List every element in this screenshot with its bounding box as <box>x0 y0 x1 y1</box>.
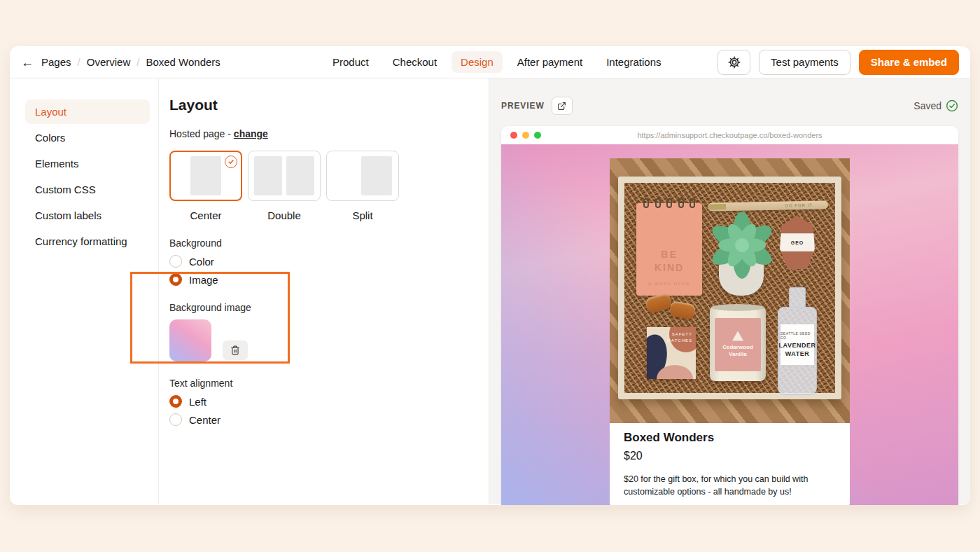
preview-label: PREVIEW <box>501 101 545 111</box>
tab-integrations[interactable]: Integrations <box>597 51 670 73</box>
background-color-option[interactable]: Color <box>169 255 475 268</box>
sidebar-item-custom-css[interactable]: Custom CSS <box>25 177 150 202</box>
layout-option-split[interactable] <box>326 151 399 201</box>
app-window: ← Pages / Overview / Boxed Wonders Produ… <box>10 46 970 505</box>
app-body: Layout Colors Elements Custom CSS Custom… <box>10 78 970 504</box>
product-name: Boxed Wonders <box>624 431 836 445</box>
hosted-page-label: Hosted page - <box>169 128 231 139</box>
radio-unselected-icon[interactable] <box>169 255 182 268</box>
share-embed-button[interactable]: Share & embed <box>859 50 959 75</box>
spray-label: SEATTLE SEED CO LAVENDER WATER <box>780 324 814 365</box>
saved-status: Saved <box>913 99 958 112</box>
layout-thumb-block <box>254 156 282 195</box>
saved-label: Saved <box>913 100 941 111</box>
radio-selected-icon[interactable] <box>169 273 182 286</box>
close-dot-icon <box>510 132 517 139</box>
design-sidebar: Layout Colors Elements Custom CSS Custom… <box>10 78 159 504</box>
notepad-text: BE <box>654 248 684 261</box>
matchbox: SAFETY MATCHES <box>647 327 696 379</box>
delete-background-image-button[interactable] <box>223 340 248 360</box>
breadcrumb-page-title: Boxed Wonders <box>146 56 220 68</box>
breadcrumb: ← Pages / Overview / Boxed Wonders <box>21 56 220 69</box>
preview-panel: PREVIEW Saved <box>489 78 970 504</box>
external-link-icon <box>557 102 566 111</box>
text-alignment-label: Text alignment <box>169 378 475 389</box>
change-link[interactable]: change <box>234 128 268 139</box>
hosted-page-row: Hosted page - change <box>169 128 475 139</box>
spray-brand-text: SEATTLE SEED CO <box>780 331 814 340</box>
breadcrumb-separator: / <box>136 56 139 68</box>
candle-jar: Cedarwood Vanilla <box>710 307 766 381</box>
notepad: BE KIND & WORK HARD <box>636 203 702 296</box>
tab-design[interactable]: Design <box>451 51 503 73</box>
radio-selected-icon[interactable] <box>169 395 182 408</box>
checkout-page-preview: BE KIND & WORK HARD GO FOR IT <box>501 144 958 505</box>
text-alignment-left-option[interactable]: Left <box>169 395 475 408</box>
sidebar-item-layout[interactable]: Layout <box>25 99 150 124</box>
background-label: Background <box>169 237 475 249</box>
breadcrumb-pages[interactable]: Pages <box>41 56 71 68</box>
browser-chrome: https://adminsupport.checkoutpage.co/box… <box>501 126 958 144</box>
label-split: Split <box>326 209 399 221</box>
minimize-dot-icon <box>522 132 529 139</box>
layout-thumb-block <box>190 156 221 195</box>
gear-icon <box>727 55 741 69</box>
layout-editor-panel: Layout Hosted page - change <box>159 78 489 504</box>
product-price: $20 <box>624 450 836 462</box>
preview-header: PREVIEW Saved <box>501 97 958 115</box>
radio-unselected-icon[interactable] <box>169 413 182 426</box>
browser-url: https://adminsupport.checkoutpage.co/box… <box>637 131 822 139</box>
traffic-light-dots <box>510 132 541 139</box>
spiral-binding <box>643 198 695 208</box>
spray-bottle: SEATTLE SEED CO LAVENDER WATER <box>778 287 817 395</box>
sidebar-item-elements[interactable]: Elements <box>25 151 150 176</box>
candle-logo-icon <box>732 331 743 341</box>
tab-checkout[interactable]: Checkout <box>384 51 446 73</box>
settings-button[interactable] <box>718 50 750 75</box>
layout-thumb-block <box>286 156 314 195</box>
background-image-option[interactable]: Image <box>169 273 475 286</box>
product-card: BE KIND & WORK HARD GO FOR IT <box>610 158 850 505</box>
layout-thumb-block <box>361 156 392 195</box>
label-center: Center <box>169 209 242 221</box>
layout-option-double[interactable] <box>248 151 321 201</box>
sidebar-item-custom-labels[interactable]: Custom labels <box>25 203 150 228</box>
pen-text: GO FOR IT <box>785 203 813 208</box>
panel-title: Layout <box>169 97 475 113</box>
sidebar-item-currency-formatting[interactable]: Currency formatting <box>25 229 150 254</box>
spray-text: LAVENDER WATER <box>779 342 816 358</box>
selected-check-icon <box>225 156 237 168</box>
product-info: Boxed Wonders $20 $20 for the gift box, … <box>610 423 850 505</box>
candle-text: Cedarwood Vanilla <box>722 344 753 359</box>
candle-label: Cedarwood Vanilla <box>715 318 761 371</box>
tab-product[interactable]: Product <box>323 51 378 73</box>
background-image-thumbnail[interactable] <box>169 319 211 361</box>
top-bar: ← Pages / Overview / Boxed Wonders Produ… <box>10 46 970 78</box>
breadcrumb-separator: / <box>78 56 80 68</box>
matchbox-text: SAFETY MATCHES <box>667 331 692 344</box>
background-image-row <box>169 319 475 361</box>
zoom-dot-icon <box>534 132 541 139</box>
product-photo: BE KIND & WORK HARD GO FOR IT <box>610 158 850 423</box>
breadcrumb-overview[interactable]: Overview <box>87 56 131 68</box>
text-alignment-center-option[interactable]: Center <box>169 413 475 426</box>
label-double: Double <box>248 209 321 221</box>
background-image-label: Background image <box>169 302 475 313</box>
layout-option-center[interactable] <box>169 151 242 201</box>
back-arrow-icon[interactable]: ← <box>21 56 34 69</box>
tab-after-payment[interactable]: After payment <box>508 51 592 73</box>
sidebar-item-colors[interactable]: Colors <box>25 125 150 150</box>
soap-label: GEO <box>780 233 815 251</box>
background-color-option-label: Color <box>189 256 214 268</box>
soap-bar: GEO <box>780 216 815 269</box>
test-payments-button[interactable]: Test payments <box>759 50 850 75</box>
notepad-text: KIND <box>654 261 684 275</box>
preview-browser-window: https://adminsupport.checkoutpage.co/box… <box>501 126 958 505</box>
product-description: $20 for the gift box, for which you can … <box>624 473 823 498</box>
topbar-actions: Test payments Share & embed <box>718 50 959 75</box>
open-preview-button[interactable] <box>552 97 573 115</box>
notepad-subtext: & WORK HARD <box>648 282 690 286</box>
text-alignment-left-label: Left <box>189 396 206 408</box>
succulent-plant <box>698 205 786 283</box>
text-alignment-center-label: Center <box>189 414 220 426</box>
